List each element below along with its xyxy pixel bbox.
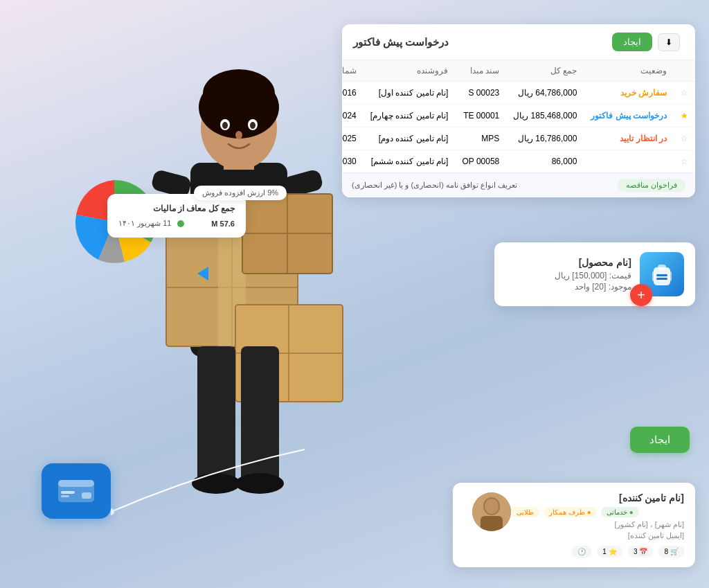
rfq-tag[interactable]: فراخوان مناقصه — [618, 179, 685, 192]
star-icon[interactable]: ☆ — [681, 88, 688, 98]
chart-title: جمع کل معاف از مالیات — [118, 204, 235, 213]
chart-value: 57.6 M — [211, 220, 235, 228]
add-product-button[interactable]: + — [630, 284, 652, 306]
star-badge: ⭐ 1 — [597, 546, 622, 558]
calendar-badge: 📅 3 — [628, 546, 654, 558]
create-invoice-button[interactable]: ایجاد — [612, 33, 652, 51]
source-cell: OP 00058 — [455, 150, 506, 173]
invoice-panel-title: درخواست پیش فاکتور — [353, 36, 449, 48]
total-cell: 185,468,000 ریال — [506, 105, 584, 127]
invoice-panel: ⬇ ایجاد درخواست پیش فاکتور وضعیت جمع کل … — [342, 24, 695, 197]
product-name: [نام محصول] — [505, 257, 631, 268]
cursor-arrow — [197, 267, 208, 280]
svg-rect-46 — [82, 492, 91, 499]
col-vendor-header: فروشنده — [364, 60, 456, 82]
svg-point-47 — [111, 508, 114, 515]
supplier-email: [ایمیل تامین کننده] — [511, 531, 684, 540]
supplier-badges: 🕐 ⭐ 1 📅 3 🛒 8 — [464, 546, 684, 558]
invoice-table-container: وضعیت جمع کل سند مبدا فروشنده شماره ارجا… — [342, 60, 695, 172]
svg-point-7 — [222, 122, 228, 129]
total-cell: 86,000 — [506, 150, 584, 173]
vendor-cell: [نام تامین کننده چهارم] — [364, 105, 456, 127]
star-icon[interactable]: ☆ — [681, 134, 688, 143]
svg-point-8 — [250, 122, 255, 129]
vat-label: 9% ارزش افزوده فروش — [202, 188, 278, 197]
partner-tag: ● طرف همکار — [544, 507, 597, 517]
source-cell: MPS — [455, 127, 506, 150]
supplier-name: [نام تامین کننده] — [511, 492, 684, 504]
col-total-header: جمع کل — [506, 60, 584, 82]
cart-icon: 🛒 — [670, 548, 679, 555]
calendar-icon: 📅 — [639, 548, 647, 555]
avatar-icon — [472, 492, 511, 531]
svg-rect-44 — [61, 491, 75, 494]
table-row: ☆ در انتظار تایید 16,786,000 ریال MPS [ن… — [342, 127, 695, 150]
supplier-header: [نام تامین کننده] ● خدماتی ● طرف همکار ط… — [464, 492, 684, 540]
credit-card-icon — [57, 477, 96, 505]
product-info: [نام محصول] قیمت: [150,000] ریال موجود: … — [505, 257, 631, 292]
vendor-cell: [نام تامین کننده ششم] — [364, 150, 456, 173]
credit-card-icon-area — [42, 463, 111, 519]
product-image: + — [640, 252, 684, 296]
source-cell: TE 00001 — [455, 105, 506, 127]
backpack-icon — [647, 259, 677, 289]
vendor-cell: [نام تامین کننده اول] — [364, 82, 456, 105]
supplier-location: [نام شهر] ، [نام کشور] — [511, 520, 684, 529]
supplier-card: [نام تامین کننده] ● خدماتی ● طرف همکار ط… — [453, 483, 695, 567]
supplier-tags: ● خدماتی ● طرف همکار طلایی — [511, 507, 684, 517]
clock-badge: 🕐 — [572, 546, 591, 558]
svg-rect-43 — [58, 480, 94, 487]
total-cell: 64,786,000 ریال — [506, 82, 584, 105]
svg-rect-45 — [61, 495, 69, 497]
svg-rect-35 — [656, 278, 667, 280]
connector-line — [111, 436, 305, 519]
vendor-cell: [نام تامین کننده دوم] — [364, 127, 456, 150]
product-stock: موجود: [20] واحد — [505, 282, 631, 292]
svg-point-41 — [485, 499, 499, 514]
supplier-info: [نام تامین کننده] ● خدماتی ● طرف همکار ط… — [511, 492, 684, 540]
table-row: ★ درخواست پیش فاکتور 185,468,000 ریال TE… — [342, 105, 695, 127]
create-btn-label: ایجاد — [623, 37, 641, 47]
golden-tag: طلایی — [511, 507, 539, 517]
col-source-header: سند مبدا — [455, 60, 506, 82]
ref-cell: P 00024 — [342, 105, 364, 127]
create-btn-large-label: ایجاد — [649, 434, 670, 445]
service-tag: ● خدماتی — [601, 507, 639, 517]
col-ref-header: شماره ارجاع — [342, 60, 364, 82]
svg-rect-36 — [652, 271, 655, 281]
chart-date: 11 شهریور ۱۴۰۱ — [118, 219, 171, 227]
star-filled-icon[interactable]: ★ — [681, 111, 688, 121]
col-status-header: وضعیت — [584, 60, 674, 82]
invoice-table: وضعیت جمع کل سند مبدا فروشنده شماره ارجا… — [342, 60, 695, 172]
status-cell — [584, 150, 674, 173]
table-row: ☆ 86,000 OP 00058 [نام تامین کننده ششم] … — [342, 150, 695, 173]
svg-point-9 — [235, 131, 242, 139]
total-cell: 16,786,000 ریال — [506, 127, 584, 150]
product-card: + [نام محصول] قیمت: [150,000] ریال موجود… — [494, 242, 695, 306]
status-dot — [177, 220, 184, 227]
chart-card: جمع کل معاف از مالیات 57.6 M 11 شهریور ۱… — [107, 194, 246, 238]
svg-rect-34 — [656, 274, 667, 276]
star-badge-icon: ⭐ — [609, 548, 617, 555]
svg-rect-37 — [669, 271, 672, 281]
star-icon[interactable]: ☆ — [681, 157, 688, 166]
svg-point-4 — [203, 69, 275, 118]
svg-rect-40 — [481, 516, 503, 531]
cart-badge: 🛒 8 — [658, 546, 684, 558]
svg-rect-33 — [658, 265, 666, 270]
status-badge: درخواست پیش فاکتور — [591, 111, 667, 121]
rfq-label: تعریف انواع توافق نامه (انحصاری) و یا (غ… — [352, 181, 517, 190]
create-button-large[interactable]: ایجاد — [630, 427, 690, 453]
product-price: قیمت: [150,000] ریال — [505, 271, 631, 280]
source-cell: S 00023 — [455, 82, 506, 105]
add-btn-label: + — [637, 287, 645, 303]
vat-badge: 9% ارزش افزوده فروش — [194, 186, 287, 200]
status-badge: سفارش خرید — [620, 88, 667, 98]
status-badge: در انتظار تایید — [620, 134, 667, 143]
table-row: ☆ سفارش خرید 64,786,000 ریال S 00023 [نا… — [342, 82, 695, 105]
ref-cell: P 00030 — [342, 150, 364, 173]
clock-icon: 🕐 — [577, 548, 586, 555]
supplier-avatar — [472, 492, 511, 531]
download-button[interactable]: ⬇ — [658, 33, 680, 51]
invoice-header: ⬇ ایجاد درخواست پیش فاکتور — [342, 24, 695, 60]
